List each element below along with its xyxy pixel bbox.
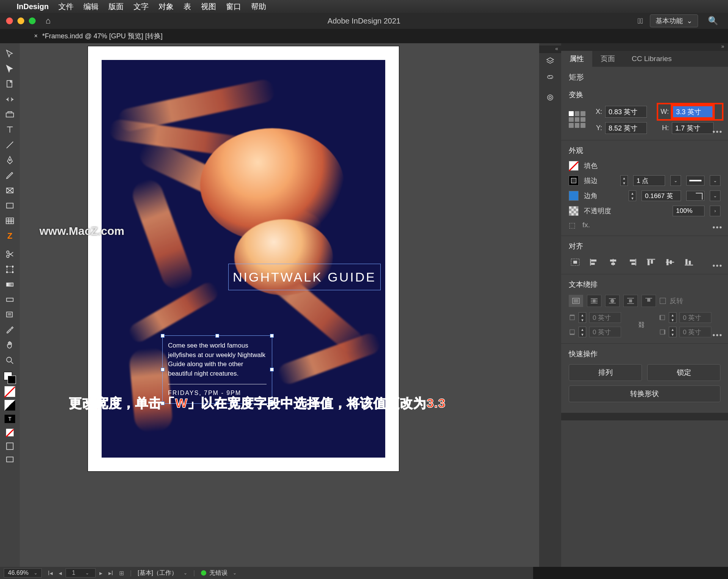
line-tool-icon[interactable] xyxy=(0,137,20,153)
menu-object[interactable]: 对象 xyxy=(158,2,174,12)
offset-right-input[interactable] xyxy=(679,327,711,337)
home-icon[interactable]: ⌂ xyxy=(46,16,50,26)
offset-left-stepper[interactable]: ▲▼ xyxy=(669,312,676,323)
width-input[interactable] xyxy=(672,105,714,118)
resize-handle-icon[interactable] xyxy=(270,334,274,338)
gap-tool-icon[interactable] xyxy=(0,92,20,107)
offset-right-stepper[interactable]: ▲▼ xyxy=(669,327,676,337)
selection-tool-icon[interactable] xyxy=(0,46,20,61)
prev-page-icon[interactable]: ◂ xyxy=(56,570,64,577)
pencil-tool-icon[interactable] xyxy=(0,168,20,183)
menu-view[interactable]: 视图 xyxy=(201,2,216,12)
document-tab[interactable]: × *Frames.indd @ 47% [GPU 预览] [转换] xyxy=(34,31,163,41)
offset-left-input[interactable] xyxy=(679,312,711,323)
zoom-tool-icon[interactable] xyxy=(0,353,20,368)
free-transform-tool-icon[interactable] xyxy=(0,262,20,277)
stroke-style-dd-icon[interactable]: ⌄ xyxy=(710,175,720,186)
offset-top-stepper[interactable]: ▲▼ xyxy=(579,312,586,323)
wrap-object-shape-icon[interactable] xyxy=(605,295,620,307)
apply-color-icon[interactable]: T xyxy=(0,412,20,426)
effects-icon[interactable]: ⬚ xyxy=(569,221,576,230)
opacity-swatch-icon[interactable] xyxy=(569,206,579,216)
stroke-swatch-icon[interactable] xyxy=(569,176,579,186)
title-text-frame[interactable]: NIGHTWALK GUIDE xyxy=(228,264,381,290)
tab-pages[interactable]: 页面 xyxy=(592,51,623,67)
offset-bottom-input[interactable] xyxy=(589,327,621,337)
workspace-dropdown[interactable]: 基本功能 ⌄ xyxy=(650,14,698,27)
menu-help[interactable]: 帮助 xyxy=(251,2,266,12)
wrap-jump-column-icon[interactable] xyxy=(642,295,656,307)
table-tool-icon[interactable] xyxy=(0,213,20,228)
document-canvas[interactable]: NIGHTWALK GUIDE Come see the world famou… xyxy=(20,43,539,567)
direct-selection-tool-icon[interactable] xyxy=(0,61,20,77)
profile-label[interactable]: [基本]（工作） xyxy=(138,569,177,577)
zoom-dropdown[interactable]: 46.69% ⌄ xyxy=(4,568,42,577)
eyedropper-tool-icon[interactable] xyxy=(0,323,20,338)
strip-collapse-icon[interactable]: « xyxy=(539,46,561,53)
minimize-window-icon[interactable] xyxy=(17,17,24,24)
offset-bottom-stepper[interactable]: ▲▼ xyxy=(579,327,586,337)
close-tab-icon[interactable]: × xyxy=(34,33,38,39)
align-top-icon[interactable] xyxy=(645,256,657,268)
fx-label[interactable]: fx. xyxy=(582,221,590,230)
formatting-container-icon[interactable] xyxy=(0,398,20,412)
selected-text-frame[interactable]: Come see the world famous jellyfishes at… xyxy=(162,335,272,404)
menu-window[interactable]: 窗口 xyxy=(226,2,241,12)
align-to-page-icon[interactable] xyxy=(569,256,582,268)
align-left-icon[interactable] xyxy=(588,256,601,268)
resize-handle-icon[interactable] xyxy=(270,368,274,371)
corner-stepper[interactable]: ▲▼ xyxy=(629,190,636,201)
offset-top-input[interactable] xyxy=(589,312,621,323)
wrap-jump-object-icon[interactable] xyxy=(623,295,638,307)
align-center-v-icon[interactable] xyxy=(664,256,676,268)
default-fill-stroke-icon[interactable] xyxy=(0,385,20,398)
app-name[interactable]: InDesign xyxy=(17,2,49,11)
tab-properties[interactable]: 属性 xyxy=(561,51,592,67)
arrange-button[interactable]: 排列 xyxy=(569,364,642,381)
last-page-icon[interactable]: ▸I xyxy=(106,570,115,577)
corner-style-dropdown[interactable] xyxy=(686,191,704,201)
lock-button[interactable]: 锁定 xyxy=(647,364,720,381)
opacity-input[interactable] xyxy=(673,206,704,216)
corner-radius-input[interactable] xyxy=(642,190,681,201)
gradient-feather-tool-icon[interactable] xyxy=(0,292,20,307)
x-input[interactable] xyxy=(605,106,647,118)
first-page-icon[interactable]: I◂ xyxy=(46,570,55,577)
link-offsets-icon[interactable]: ⛓ xyxy=(636,318,647,332)
share-icon[interactable]: ⇧⃞ xyxy=(637,17,643,25)
opacity-slider-icon[interactable]: › xyxy=(710,206,720,216)
wrap-bounding-box-icon[interactable] xyxy=(587,295,601,307)
screen-mode-icon[interactable] xyxy=(0,453,20,467)
maximize-window-icon[interactable] xyxy=(29,17,36,24)
links-panel-icon[interactable] xyxy=(541,69,559,85)
hand-tool-icon[interactable] xyxy=(0,338,20,353)
align-bottom-icon[interactable] xyxy=(682,256,695,268)
rectangle-tool-icon[interactable] xyxy=(0,198,20,213)
fill-stroke-swap-icon[interactable] xyxy=(0,371,20,385)
note-tool-icon[interactable] xyxy=(0,307,20,323)
y-input[interactable] xyxy=(605,122,647,134)
fill-swatch-icon[interactable] xyxy=(569,161,579,171)
menu-type[interactable]: 文字 xyxy=(133,2,149,12)
resize-handle-icon[interactable] xyxy=(161,368,165,371)
menu-layout[interactable]: 版面 xyxy=(108,2,124,12)
more-options-icon[interactable]: ••• xyxy=(712,261,723,270)
menu-table[interactable]: 表 xyxy=(184,2,191,12)
align-right-icon[interactable] xyxy=(626,256,639,268)
search-icon[interactable]: 🔍 xyxy=(705,16,721,26)
preflight-status[interactable]: 无错误 ⌄ xyxy=(201,569,237,577)
menu-edit[interactable]: 编辑 xyxy=(83,2,99,12)
gradient-swatch-tool-icon[interactable] xyxy=(0,277,20,292)
tab-cc-libraries[interactable]: CC Libraries xyxy=(623,51,680,67)
invert-checkbox[interactable] xyxy=(660,298,666,304)
orange-z-icon[interactable]: Z xyxy=(0,228,20,244)
stroke-stepper[interactable]: ▲▼ xyxy=(620,175,628,186)
align-center-h-icon[interactable] xyxy=(607,256,620,268)
apply-none-icon[interactable] xyxy=(0,426,20,439)
page-number-input[interactable]: 1 ⌄ xyxy=(66,568,96,577)
next-page-icon[interactable]: ▸ xyxy=(97,570,105,577)
corner-dd-icon[interactable]: ⌄ xyxy=(710,190,720,201)
view-mode-icon[interactable] xyxy=(0,439,20,453)
layers-panel-icon[interactable] xyxy=(541,53,559,69)
content-collector-tool-icon[interactable] xyxy=(0,107,20,122)
